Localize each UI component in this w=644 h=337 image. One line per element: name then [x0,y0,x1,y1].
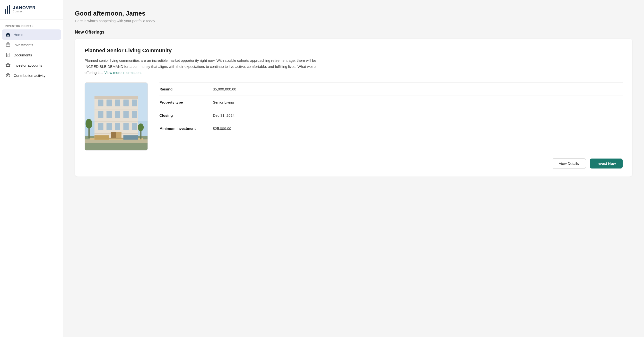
offering-title: Planned Senior Living Community [84,48,622,54]
svg-rect-30 [124,111,129,118]
greeting-subtitle: Here is what's happening with your portf… [75,19,632,23]
offering-card: Planned Senior Living Community Planned … [75,39,632,177]
svg-rect-31 [132,111,137,118]
sidebar-item-investments[interactable]: Investments [2,40,61,50]
svg-rect-9 [8,65,8,66]
svg-rect-25 [124,100,129,107]
view-more-link[interactable]: View more information. [104,71,142,75]
view-details-button[interactable]: View Details [552,158,586,169]
logo-sub: Connect [13,10,36,13]
detail-label-closing: Closing [160,113,213,117]
details-table: Raising $5,000,000.00 Property type Seni… [160,82,622,135]
detail-row-minimum-investment: Minimum investment $25,000.00 [160,122,622,135]
offering-description: Planned senior living communities are an… [84,58,328,76]
card-actions: View Details Invest Now [84,158,622,169]
sidebar-item-documents[interactable]: Documents [2,50,61,60]
svg-rect-22 [98,100,104,107]
svg-rect-11 [6,66,10,67]
logo-bar-2 [7,6,8,14]
detail-label-raising: Raising [160,87,213,91]
detail-value-raising: $5,000,000.00 [213,87,236,91]
investments-icon [5,42,11,48]
svg-point-44 [138,124,144,131]
sidebar-item-documents-label: Documents [14,53,32,57]
detail-row-raising: Raising $5,000,000.00 [160,82,622,96]
svg-rect-29 [115,111,120,118]
main-content: Good afternoon, James Here is what's hap… [63,0,644,337]
svg-rect-24 [115,100,120,107]
detail-label-property-type: Property type [160,100,213,104]
sidebar-item-investor-accounts[interactable]: Investor accounts [2,60,61,70]
building-illustration [85,83,148,150]
offering-body: Raising $5,000,000.00 Property type Seni… [84,82,622,151]
svg-rect-35 [124,123,129,130]
svg-rect-36 [132,123,137,130]
property-image [84,82,148,151]
logo-bar-3 [9,5,10,14]
sidebar: JANOVER Connect INVESTOR PORTAL Home [0,0,63,337]
logo-name: JANOVER [13,6,36,11]
sidebar-item-home[interactable]: Home [2,30,61,40]
svg-rect-46 [94,135,109,140]
svg-rect-28 [106,111,112,118]
detail-row-closing: Closing Dec 31, 2024 [160,109,622,122]
sidebar-item-investor-accounts-label: Investor accounts [14,63,42,67]
logo-area: JANOVER Connect [0,0,63,20]
detail-value-minimum-investment: $25,000.00 [213,126,231,131]
svg-rect-34 [115,123,120,130]
detail-row-property-type: Property type Senior Living [160,96,622,109]
nav-items: Home Investments [0,30,63,81]
svg-rect-32 [98,123,104,130]
logo-bar-1 [5,9,6,14]
detail-label-minimum-investment: Minimum investment [160,126,213,131]
sidebar-item-investments-label: Investments [14,43,33,47]
detail-value-property-type: Senior Living [213,100,234,104]
detail-value-closing: Dec 31, 2024 [213,113,234,117]
svg-marker-7 [6,63,10,65]
nav-section-label: INVESTOR PORTAL [0,20,63,30]
svg-rect-1 [6,44,10,47]
svg-rect-47 [124,135,138,140]
greeting-title: Good afternoon, James [75,10,632,17]
svg-rect-8 [6,65,7,66]
svg-rect-33 [106,123,112,130]
svg-rect-0 [8,35,9,37]
svg-point-42 [86,119,92,129]
svg-rect-23 [106,100,112,107]
svg-rect-10 [9,65,10,66]
sidebar-item-home-label: Home [14,33,23,37]
svg-rect-27 [98,111,104,118]
dollar-icon [5,73,11,78]
logo-text: JANOVER Connect [13,6,36,13]
invest-now-button[interactable]: Invest Now [590,159,622,169]
bank-icon [5,63,11,68]
svg-rect-18 [94,96,138,99]
greeting-section: Good afternoon, James Here is what's hap… [75,10,632,23]
svg-rect-26 [132,100,137,107]
logo-icon [5,5,10,14]
sidebar-item-contribution-activity-label: Contribution activity [14,74,46,78]
new-offerings-title: New Offerings [75,30,632,35]
home-icon [5,32,11,37]
sidebar-item-contribution-activity[interactable]: Contribution activity [2,70,61,81]
documents-icon [5,52,11,58]
